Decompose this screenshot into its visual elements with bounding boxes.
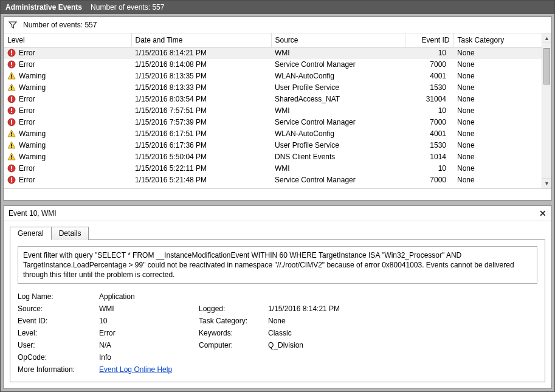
table-row[interactable]: Warning1/15/2016 5:50:04 PMDNS Client Ev… (4, 151, 551, 163)
table-row[interactable]: Error1/15/2016 5:21:48 PMService Control… (4, 174, 551, 186)
col-event-id[interactable]: Event ID (405, 33, 453, 47)
col-level[interactable]: Level (4, 33, 131, 47)
tab-details[interactable]: Details (51, 227, 89, 240)
detail-title: Event 10, WMI (9, 209, 57, 218)
error-icon (7, 106, 16, 115)
cell-task-category: None (453, 174, 551, 186)
cell-date: 1/15/2016 5:21:48 PM (131, 174, 271, 186)
warning-icon (7, 72, 16, 80)
close-icon[interactable]: ✕ (539, 208, 546, 218)
val-computer: Q_Division (268, 341, 390, 349)
svg-rect-8 (11, 86, 12, 89)
warning-icon (7, 129, 16, 138)
lbl-level: Level: (18, 329, 97, 337)
table-row[interactable]: Warning1/15/2016 8:13:35 PMWLAN-AutoConf… (4, 70, 551, 82)
col-task-category[interactable]: Task Category (453, 33, 551, 47)
cell-level: Error (19, 118, 35, 126)
cell-date: 1/15/2016 8:13:35 PM (131, 70, 271, 82)
svg-rect-7 (11, 77, 12, 78)
table-row[interactable]: Error1/15/2016 8:14:08 PMService Control… (4, 59, 551, 70)
cell-event-id: 4001 (405, 128, 453, 140)
cell-date: 1/15/2016 8:13:33 PM (131, 82, 271, 94)
svg-rect-26 (11, 166, 12, 169)
cell-date: 1/15/2016 8:14:08 PM (131, 59, 271, 70)
cell-task-category: None (453, 128, 551, 140)
val-logname: Application (99, 292, 196, 301)
link-online-help[interactable]: Event Log Online Help (99, 365, 390, 374)
col-date[interactable]: Date and Time (131, 33, 271, 47)
table-row[interactable]: Error1/15/2016 5:22:11 PMWMI10None (4, 163, 551, 174)
cell-date: 1/15/2016 8:14:21 PM (131, 47, 271, 59)
cell-source: Service Control Manager (271, 174, 405, 186)
cell-level: Error (19, 164, 35, 173)
val-opcode: Info (99, 353, 196, 362)
error-icon (7, 164, 16, 173)
svg-rect-6 (11, 75, 12, 77)
svg-rect-12 (11, 100, 12, 101)
cell-source: WMI (271, 105, 405, 117)
filter-bar: Number of events: 557 (4, 17, 551, 33)
event-detail-panel: Event 10, WMI ✕ General Details Event fi… (3, 205, 552, 390)
cell-task-category: None (453, 70, 551, 82)
error-icon (7, 176, 16, 184)
svg-rect-9 (11, 89, 12, 90)
scroll-up-icon[interactable]: ▲ (542, 33, 551, 43)
cell-date: 1/15/2016 6:17:51 PM (131, 128, 271, 140)
event-properties: Log Name: Application Source: WMI Logged… (18, 292, 537, 374)
cell-event-id: 1530 (405, 82, 453, 94)
lbl-user: User: (18, 341, 97, 349)
cell-level: Warning (19, 141, 46, 150)
tabs-row: General Details (4, 221, 551, 239)
cell-event-id: 1530 (405, 140, 453, 151)
cell-source: WLAN-AutoConfig (271, 70, 405, 82)
cell-level: Warning (19, 129, 46, 138)
table-row[interactable]: Error1/15/2016 7:57:51 PMWMI10None (4, 105, 551, 117)
filter-icon[interactable] (9, 21, 17, 29)
svg-rect-18 (11, 123, 12, 125)
lbl-logname: Log Name: (18, 292, 97, 301)
scroll-thumb[interactable] (543, 48, 550, 84)
table-row[interactable]: Error1/15/2016 8:03:54 PMSharedAccess_NA… (4, 94, 551, 105)
table-row[interactable]: Warning1/15/2016 8:13:33 PMUser Profile … (4, 82, 551, 94)
lbl-keywords: Keywords: (199, 329, 266, 337)
cell-level: Warning (19, 72, 46, 80)
cell-event-id: 7000 (405, 59, 453, 70)
lbl-logged: Logged: (199, 304, 266, 313)
window: Administrative Events Number of events: … (0, 0, 555, 392)
svg-rect-17 (11, 120, 12, 123)
cell-task-category: None (453, 163, 551, 174)
table-row[interactable]: Warning1/15/2016 6:17:51 PMWLAN-AutoConf… (4, 128, 551, 140)
col-source[interactable]: Source (271, 33, 405, 47)
tab-general[interactable]: General (10, 227, 52, 240)
svg-rect-2 (11, 54, 12, 55)
error-icon (7, 118, 16, 126)
svg-rect-15 (11, 112, 12, 113)
val-eventid: 10 (99, 317, 196, 325)
cell-task-category: None (453, 105, 551, 117)
window-title: Administrative Events (5, 3, 82, 12)
table-row[interactable]: Warning1/15/2016 6:17:36 PMUser Profile … (4, 140, 551, 151)
cell-event-id: 31004 (405, 94, 453, 105)
cell-level: Error (19, 60, 35, 69)
cell-event-id: 1014 (405, 151, 453, 163)
cell-event-id: 10 (405, 47, 453, 59)
lbl-moreinfo: More Information: (18, 365, 97, 374)
cell-date: 1/15/2016 5:50:04 PM (131, 151, 271, 163)
svg-rect-19 (11, 132, 12, 135)
cell-level: Error (19, 49, 35, 57)
cell-level: Warning (19, 153, 46, 161)
svg-rect-30 (11, 181, 12, 182)
cell-event-id: 7000 (405, 174, 453, 186)
events-table: Level Date and Time Source Event ID Task… (4, 33, 551, 186)
cell-event-id: 10 (405, 105, 453, 117)
table-row[interactable]: Error1/15/2016 7:57:39 PMService Control… (4, 117, 551, 128)
svg-rect-24 (11, 158, 12, 159)
detail-header: Event 10, WMI ✕ (4, 206, 551, 221)
lbl-eventid: Event ID: (18, 317, 97, 325)
scroll-down-icon[interactable]: ▼ (542, 178, 551, 188)
vertical-scrollbar[interactable]: ▲ ▼ (542, 33, 551, 188)
table-row[interactable]: Error1/15/2016 8:14:21 PMWMI10None (4, 47, 551, 59)
cell-source: DNS Client Events (271, 151, 405, 163)
cell-task-category: None (453, 140, 551, 151)
cell-task-category: None (453, 151, 551, 163)
